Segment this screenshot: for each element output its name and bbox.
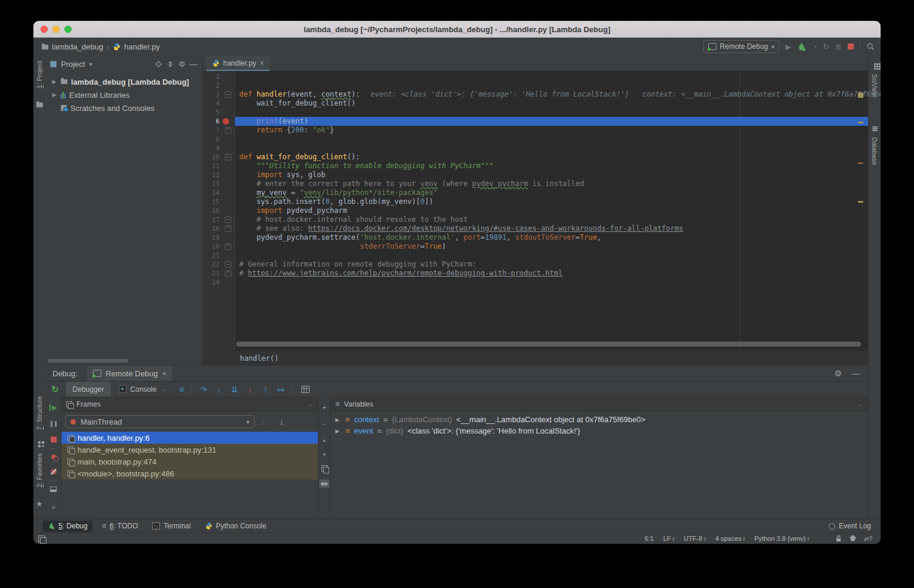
line-number[interactable]: 9 [203, 144, 220, 153]
thread-dropdown[interactable]: MainThread ▾ [65, 415, 255, 428]
profiler-button[interactable]: ◔ [812, 42, 817, 51]
code-text[interactable]: """Utility function to enable debugging … [235, 162, 868, 171]
code-line-6[interactable]: 6 print(event) [203, 117, 868, 126]
code-line-12[interactable]: 12 import sys, glob [203, 171, 868, 180]
code-line-13[interactable]: 13 # enter the correct path here to your… [203, 180, 868, 188]
gutter-line[interactable]: 20^ [203, 242, 235, 251]
gutter-line[interactable]: 19 [203, 233, 235, 242]
sidebar-item-structure[interactable]: 7: Structure [36, 396, 43, 430]
code-text[interactable]: wait_for_debug_client() [235, 99, 868, 108]
line-number[interactable]: 18 [203, 224, 220, 233]
restore-layout-button[interactable] [50, 487, 57, 492]
zoom-window-button[interactable] [64, 26, 72, 33]
code-text[interactable] [235, 108, 868, 117]
hide-debug-panel-icon[interactable]: — [851, 369, 860, 378]
code-text[interactable] [235, 144, 868, 153]
gutter-line[interactable]: 5 [203, 108, 235, 117]
force-step-into-button[interactable]: ⇊ [227, 385, 242, 394]
step-over-button[interactable]: ↷ [196, 385, 211, 394]
code-text[interactable]: sys.path.insert(0, glob.glob(my_venv)[0]… [235, 197, 868, 206]
gutter-line[interactable]: 7^ [203, 126, 235, 135]
variable-row[interactable]: ▶≡context={LambdaContext}<__main__.Lambd… [331, 414, 868, 425]
fold-end-icon[interactable]: ^ [225, 270, 231, 277]
code-line-20[interactable]: 20^ stderrToServer=True) [203, 242, 868, 251]
editor-horizontal-scrollbar[interactable] [236, 342, 861, 346]
gutter-line[interactable]: 10− [203, 153, 235, 162]
code-line-10[interactable]: 10−def wait_for_debug_client(): [203, 153, 868, 162]
code-line-17[interactable]: 17− # host.docker.internal should resolv… [203, 215, 868, 224]
editor[interactable]: handler.py × 123−def handler(event, cont… [203, 56, 868, 365]
line-number[interactable]: 16 [203, 206, 220, 215]
code-line-4[interactable]: 4 wait_for_debug_client() [203, 99, 868, 108]
frame-row[interactable]: handle_event_request, bootstrap.py:131 [61, 444, 318, 456]
pin-tab-icon[interactable]: → [160, 386, 166, 392]
run-config-dropdown[interactable]: Remote Debug ▾ [703, 40, 780, 53]
gutter-line[interactable]: 24 [203, 278, 235, 287]
tab-debugger[interactable]: Debugger [65, 382, 112, 397]
status-item-6-1[interactable]: 6:1 [644, 535, 653, 542]
expand-icon[interactable]: ▶ [335, 428, 341, 434]
more-actions-icon[interactable]: » [51, 503, 55, 510]
line-number[interactable]: 4 [203, 99, 220, 108]
expand-icon[interactable]: ▶ [51, 79, 57, 85]
code-text[interactable]: # see also: https://docs.docker.com/desk… [235, 224, 868, 233]
code-text[interactable]: pydevd_pycharm.settrace('host.docker.int… [235, 233, 868, 242]
line-number[interactable]: 22 [203, 260, 220, 269]
mute-breakpoints-button[interactable] [51, 469, 57, 475]
code-line-8[interactable]: 8 [203, 135, 868, 144]
concurrency-button[interactable]: ≣ [835, 42, 842, 51]
code-line-22[interactable]: 22−# General information on remote debug… [203, 260, 868, 269]
gutter-line[interactable]: 2 [203, 81, 235, 90]
status-item-utf-8[interactable]: UTF-8▴▾ [684, 535, 706, 542]
expand-icon[interactable]: ▶ [51, 92, 57, 98]
fold-open-icon[interactable]: − [225, 261, 231, 268]
gutter-line[interactable]: 18^ [203, 224, 235, 233]
gutter-line[interactable]: 3− [203, 90, 235, 99]
step-out-button[interactable]: ↑ [258, 385, 273, 394]
line-number[interactable]: 12 [203, 171, 220, 180]
remove-watch-button[interactable]: − [322, 420, 327, 429]
move-down-button[interactable]: ▼ [322, 452, 327, 457]
sidebar-item-database[interactable]: Database [871, 137, 878, 165]
close-tab-icon[interactable]: × [260, 59, 264, 67]
code-line-23[interactable]: 23^# https://www.jetbrains.com/help/pych… [203, 269, 868, 278]
breadcrumb-project[interactable]: lambda_debug [52, 42, 103, 51]
gutter-line[interactable]: 12 [203, 171, 235, 180]
expand-icon[interactable]: ▶ [335, 417, 341, 423]
toolwindow-button-6-todo[interactable]: ≡6: TODO [97, 521, 143, 532]
debug-bug-button[interactable] [797, 42, 806, 51]
duplicate-watch-button[interactable] [322, 465, 328, 472]
code-line-2[interactable]: 2 [203, 81, 868, 90]
code-line-18[interactable]: 18^ # see also: https://docs.docker.com/… [203, 224, 868, 233]
variable-row[interactable]: ▶≡event={dict}<class 'dict'>: {'message'… [331, 425, 868, 437]
line-number[interactable]: 15 [203, 197, 220, 206]
gutter-line[interactable]: 11 [203, 162, 235, 171]
code-line-11[interactable]: 11 """Utility function to enable debuggi… [203, 162, 868, 171]
code-area[interactable]: 123−def handler(event, context):event: <… [203, 72, 868, 287]
code-line-19[interactable]: 19 pydevd_pycharm.settrace('host.docker.… [203, 233, 868, 242]
gutter-line[interactable]: 4 [203, 99, 235, 108]
sidebar-item-favorites[interactable]: 2: Favorites [36, 453, 43, 487]
line-number[interactable]: 1 [203, 72, 220, 81]
status-item-4-spaces[interactable]: 4 spaces▴▾ [715, 535, 745, 542]
code-line-9[interactable]: 9 [203, 144, 868, 153]
gutter-line[interactable]: 15 [203, 197, 235, 206]
code-line-5[interactable]: 5 [203, 108, 868, 117]
breakpoint-icon[interactable] [223, 118, 229, 125]
line-number[interactable]: 20 [203, 242, 220, 251]
show-watches-button[interactable]: oo [319, 479, 329, 488]
line-number[interactable]: 5 [203, 108, 220, 117]
stop-button[interactable] [51, 437, 57, 442]
gutter-line[interactable]: 17− [203, 215, 235, 224]
variables-menu-icon[interactable]: ≡ [335, 400, 340, 408]
method-breadcrumb[interactable]: handler() [240, 354, 279, 363]
line-number[interactable]: 3 [203, 90, 220, 99]
code-line-16[interactable]: 16 import pydevd_pycharm [203, 206, 868, 215]
previous-frame-button[interactable]: ↑ [255, 417, 273, 426]
code-text[interactable]: print(event) [235, 117, 868, 126]
project-panel-title[interactable]: Project [61, 60, 85, 69]
code-line-24[interactable]: 24 [203, 278, 868, 287]
pin-panel-icon[interactable]: → [857, 401, 863, 407]
tab-handler-py[interactable]: handler.py × [206, 56, 270, 71]
line-number[interactable]: 11 [203, 162, 220, 171]
